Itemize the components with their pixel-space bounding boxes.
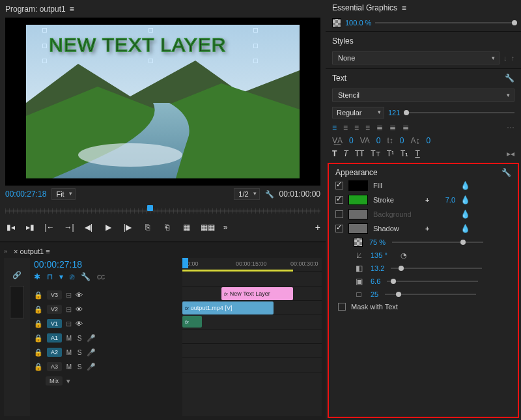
stroke-eyedropper-icon[interactable]: 💧: [460, 195, 470, 204]
clip-text-layer[interactable]: fxNew Text Layer: [221, 287, 293, 300]
program-preview[interactable]: NEW TEXT LAYER: [5, 18, 320, 186]
selection-handles[interactable]: [44, 30, 256, 61]
clip-audio[interactable]: fx: [182, 316, 202, 328]
mask-with-text-checkbox[interactable]: [338, 303, 346, 311]
subscript-icon[interactable]: T₁: [401, 149, 408, 158]
background-eyedropper-icon[interactable]: 💧: [460, 210, 470, 219]
insert-button[interactable]: ⎘: [142, 223, 152, 232]
stroke-width-value[interactable]: 7.0: [438, 196, 455, 204]
background-swatch[interactable]: [348, 209, 368, 219]
go-to-out-button[interactable]: →|: [64, 223, 74, 232]
clip-video[interactable]: fxoutput1.mp4 [V]: [182, 301, 274, 315]
shadow-angle-value[interactable]: 135 °: [371, 251, 387, 259]
resolution-dropdown[interactable]: 1/2: [234, 188, 259, 200]
add-shadow-icon[interactable]: +: [425, 225, 433, 232]
mic-icon[interactable]: 🎤: [87, 363, 96, 371]
add-button-icon[interactable]: +: [315, 222, 320, 232]
play-button[interactable]: ▶: [103, 223, 113, 232]
timeline-wrench-icon[interactable]: 🔧: [81, 272, 91, 281]
shadow-checkbox[interactable]: [335, 225, 343, 232]
track-v2[interactable]: V2: [47, 305, 62, 314]
solo-button[interactable]: S: [76, 349, 83, 356]
track-a3[interactable]: A3: [47, 362, 62, 371]
allcaps-icon[interactable]: TT: [355, 149, 365, 158]
align-ext-icon[interactable]: ⋯: [507, 123, 514, 132]
overwrite-button[interactable]: ⎗: [162, 223, 172, 232]
shadow-spread-slider[interactable]: [387, 281, 478, 282]
solo-button[interactable]: S: [76, 335, 83, 342]
font-weight-dropdown[interactable]: Regular: [332, 107, 384, 119]
mic-icon[interactable]: 🎤: [87, 348, 96, 357]
mute-button[interactable]: M: [66, 349, 72, 356]
align-top-icon[interactable]: ≣: [376, 123, 383, 132]
solo-button[interactable]: S: [76, 363, 83, 371]
baseline-value[interactable]: 0: [427, 136, 431, 145]
align-bottom-icon[interactable]: ≣: [402, 123, 409, 132]
angle-dial-icon[interactable]: ◔: [401, 251, 407, 260]
timeline-tab[interactable]: × output1 ≡: [11, 246, 53, 257]
playhead[interactable]: [182, 258, 188, 268]
shadow-blur-slider[interactable]: [385, 294, 476, 295]
mark-out-button[interactable]: ▸▮: [25, 223, 35, 232]
shadow-spread-value[interactable]: 6.6: [371, 277, 380, 285]
snap-icon[interactable]: ✱: [34, 272, 40, 281]
track-a1[interactable]: A1: [47, 333, 62, 343]
compare-button[interactable]: ▦▦: [201, 223, 211, 232]
eye-icon[interactable]: 👁: [76, 320, 83, 328]
program-scrubber[interactable]: [5, 204, 320, 218]
more-button[interactable]: »: [220, 223, 231, 232]
step-forward-button[interactable]: |▶: [122, 223, 133, 232]
lock-icon[interactable]: 🔒: [34, 305, 43, 314]
font-dropdown[interactable]: Stencil: [332, 89, 514, 102]
work-area-bar[interactable]: [182, 270, 293, 272]
export-frame-button[interactable]: ▦: [181, 223, 191, 232]
shadow-opacity-slider[interactable]: [392, 242, 483, 243]
mark-in-button[interactable]: ▮◂: [5, 223, 16, 232]
lock-icon[interactable]: 🔒: [34, 320, 43, 328]
underline-icon[interactable]: T: [415, 149, 419, 158]
lock-icon[interactable]: 🔒: [34, 348, 43, 357]
eye-icon[interactable]: 👁: [76, 305, 83, 313]
fill-swatch[interactable]: [348, 180, 368, 191]
panel-menu-icon[interactable]: ≡: [70, 5, 74, 14]
fit-dropdown[interactable]: Fit: [51, 188, 75, 200]
shadow-swatch[interactable]: [348, 223, 368, 234]
lock-icon[interactable]: 🔒: [34, 291, 43, 300]
style-up-icon[interactable]: ↑: [511, 54, 515, 62]
font-size-value[interactable]: 121: [388, 109, 400, 117]
prev-glyph-icon[interactable]: ▸◂: [507, 149, 514, 158]
shadow-distance-slider[interactable]: [391, 268, 482, 269]
shadow-distance-value[interactable]: 13.2: [371, 264, 384, 272]
current-timecode[interactable]: 00:00:27:18: [5, 189, 46, 199]
lock-icon[interactable]: 🔒: [34, 363, 43, 371]
cc-icon[interactable]: cc: [97, 272, 105, 281]
shadow-eyedropper-icon[interactable]: 💧: [460, 224, 470, 233]
stroke-swatch[interactable]: [348, 195, 368, 205]
timeline-close-icon[interactable]: »: [4, 248, 7, 255]
text-wrench-icon[interactable]: 🔧: [505, 74, 514, 83]
align-right-icon[interactable]: ≡: [354, 123, 359, 132]
background-checkbox[interactable]: [335, 210, 343, 218]
track-a2[interactable]: A2: [47, 348, 62, 357]
eye-icon[interactable]: 👁: [76, 291, 83, 299]
bold-icon[interactable]: T: [332, 149, 337, 158]
styles-dropdown[interactable]: None: [332, 51, 500, 64]
align-left-icon[interactable]: ≡: [332, 123, 337, 132]
stroke-checkbox[interactable]: [335, 196, 343, 204]
align-justify-icon[interactable]: ≡: [365, 123, 370, 132]
link-icon[interactable]: 🔗: [12, 271, 21, 279]
font-size-slider[interactable]: [404, 112, 514, 113]
panel-menu-icon[interactable]: ≡: [402, 3, 406, 12]
track-v1[interactable]: V1: [47, 319, 62, 328]
leading-value[interactable]: 0: [400, 136, 404, 145]
timeline-ruler[interactable]: 00:00 00:00:15:00 00:00:30:0: [182, 258, 322, 272]
settings-wrench-icon[interactable]: 🔧: [265, 190, 274, 199]
marker-icon[interactable]: ▾: [59, 272, 63, 281]
track-v3[interactable]: V3: [47, 290, 62, 300]
timeline-timecode[interactable]: 00:00:27:18: [30, 258, 180, 272]
opacity-slider[interactable]: [375, 22, 514, 23]
magnet-icon[interactable]: ⊓: [47, 272, 53, 281]
appearance-wrench-icon[interactable]: 🔧: [501, 168, 511, 177]
add-stroke-icon[interactable]: +: [425, 196, 433, 204]
link-toggle-icon[interactable]: ⎚: [70, 272, 74, 281]
